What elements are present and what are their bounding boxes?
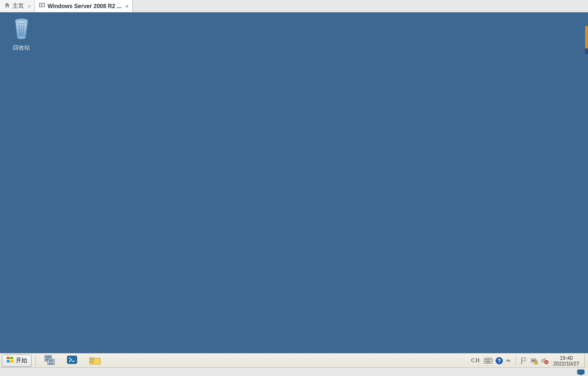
vm-status-bar	[0, 367, 588, 376]
svg-rect-15	[485, 359, 486, 360]
keyboard-icon[interactable]	[484, 358, 493, 364]
vm-tab-guest-label: Windows Server 2008 R2 ...	[47, 3, 121, 10]
home-icon	[4, 2, 10, 10]
show-desktop-button[interactable]	[584, 354, 588, 368]
vm-monitor-icon[interactable]	[577, 369, 585, 376]
language-indicator[interactable]: CH	[470, 357, 481, 364]
svg-rect-8	[49, 360, 53, 362]
vm-tab-guest[interactable]: Windows Server 2008 R2 ... ×	[35, 0, 133, 12]
svg-rect-12	[90, 360, 94, 361]
taskbar: 开始	[0, 353, 588, 367]
flag-icon[interactable]	[521, 357, 527, 365]
clock-time: 19:40	[553, 355, 579, 361]
guest-desktop[interactable]: 回收站	[0, 12, 588, 353]
svg-rect-19	[486, 361, 490, 362]
desktop-scrollbar-thumb[interactable]	[585, 26, 588, 49]
tray-separator	[515, 356, 516, 365]
server-manager-icon	[43, 355, 55, 367]
svg-rect-9	[49, 363, 53, 364]
vm-power-icon	[39, 2, 45, 10]
network-lock-icon[interactable]	[530, 357, 538, 365]
svg-rect-14	[484, 358, 492, 363]
vm-tab-home[interactable]: 主页 ×	[0, 0, 35, 12]
svg-rect-23	[532, 360, 535, 361]
svg-rect-27	[580, 374, 582, 375]
svg-rect-18	[490, 359, 491, 360]
taskbar-separator	[35, 355, 36, 366]
recycle-bin-icon	[11, 17, 32, 42]
recycle-bin[interactable]: 回收站	[5, 17, 38, 52]
svg-rect-16	[487, 359, 488, 360]
start-button[interactable]: 开始	[2, 355, 32, 367]
windows-logo-icon	[6, 356, 14, 365]
taskbar-clock[interactable]: 19:40 2022/10/27	[551, 355, 581, 366]
chevron-up-icon[interactable]	[506, 358, 511, 363]
help-icon[interactable]: ?	[495, 357, 503, 365]
clock-date: 2022/10/27	[553, 361, 579, 366]
svg-text:?: ?	[498, 358, 501, 364]
recycle-bin-label: 回收站	[13, 44, 30, 52]
folder-icon	[89, 355, 101, 367]
svg-rect-26	[578, 370, 584, 374]
svg-rect-13	[90, 362, 94, 363]
powershell-pinned[interactable]	[63, 355, 81, 367]
close-icon[interactable]: ×	[28, 3, 31, 9]
explorer-pinned[interactable]	[86, 355, 104, 367]
vm-tab-bar: 主页 × Windows Server 2008 R2 ... ×	[0, 0, 588, 12]
svg-point-3	[17, 36, 26, 39]
svg-rect-11	[90, 359, 94, 360]
start-button-label: 开始	[16, 356, 27, 365]
svg-rect-17	[488, 359, 489, 360]
vm-tab-home-label: 主页	[12, 2, 24, 10]
svg-rect-24	[535, 361, 537, 364]
close-icon[interactable]: ×	[126, 3, 128, 9]
volume-muted-icon[interactable]	[541, 357, 548, 365]
powershell-icon	[66, 355, 78, 367]
server-manager-pinned[interactable]	[41, 355, 58, 367]
system-tray: CH ? 19:40 2022/10/27	[467, 355, 584, 366]
svg-rect-5	[46, 356, 51, 358]
